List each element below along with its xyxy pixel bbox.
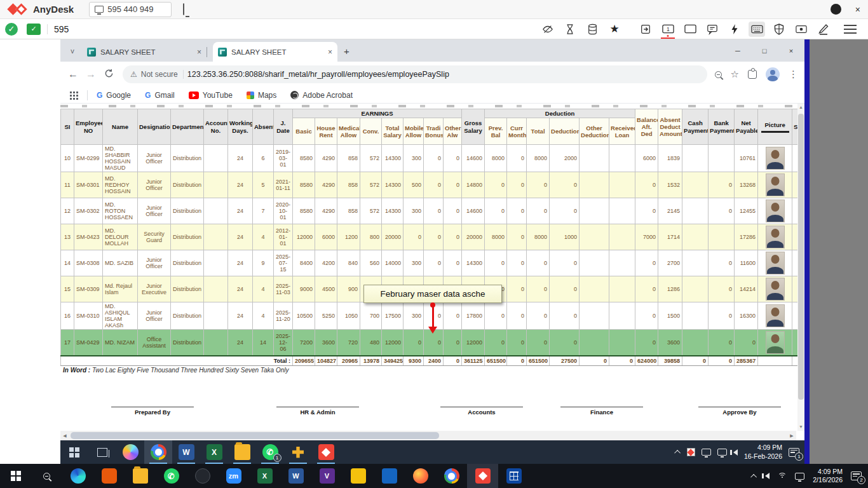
salary-row-14[interactable]: 14SM-0308MD. SAZIBJunior OfficerDistribu… <box>61 250 798 276</box>
salary-row-13[interactable]: 13SM-0423MD. DELOUR MOLLAHSecurity Guard… <box>61 224 798 250</box>
display-tray-icon[interactable] <box>702 449 711 456</box>
remote-anydesk-button[interactable] <box>312 440 340 464</box>
remote-explorer-button[interactable] <box>228 440 256 464</box>
remote-chrome-button[interactable] <box>144 440 172 464</box>
keyboard-icon[interactable] <box>749 22 765 37</box>
scrollbar-thumb[interactable] <box>71 432 439 439</box>
privacy-icon[interactable] <box>539 22 556 37</box>
taskbar-anydesk-button[interactable] <box>467 464 498 488</box>
browser-tab-2-active[interactable]: SALARY SHEET × <box>213 42 337 62</box>
remote-start-button[interactable] <box>60 440 88 464</box>
remote-plus-app-button[interactable] <box>284 440 312 464</box>
permissions-shield-icon[interactable] <box>771 22 787 37</box>
remote-close-button[interactable]: × <box>778 39 804 62</box>
taskbar-chrome-button[interactable] <box>436 464 467 488</box>
tab-close-icon[interactable]: × <box>197 48 201 57</box>
address-bar[interactable]: ⚠ Not secure 123.253.36.250:8088/sharif_… <box>123 65 707 83</box>
monitor-icon[interactable] <box>682 22 698 37</box>
remote-minimize-button[interactable]: ─ <box>724 39 751 62</box>
salary-row-11[interactable]: 11SM-0301MD. REDHOY HOSSAINJunior Office… <box>61 172 798 198</box>
remote-task-view-button[interactable] <box>88 440 116 464</box>
address-field[interactable]: 595 <box>54 24 69 34</box>
url-text[interactable]: 123.253.36.250:8088/sharif_metal/hr_payr… <box>187 70 449 79</box>
browser-tab-1[interactable]: SALARY SHEET × <box>82 42 207 62</box>
remote-clock[interactable]: 4:09 PM 16-Feb-2026 <box>744 444 782 460</box>
tunnel-icon[interactable] <box>584 22 600 37</box>
taskbar-blue-app-button[interactable] <box>374 464 405 488</box>
session-tab[interactable]: 595 440 949 <box>89 2 172 17</box>
forward-icon[interactable]: → <box>82 69 100 80</box>
remote-copilot-button[interactable] <box>116 440 144 464</box>
session-scrollbar-horizontal[interactable]: ◀ ▶ <box>60 431 796 440</box>
bookmark-youtube[interactable]: YouTube <box>189 91 233 100</box>
tray-expand-icon[interactable] <box>674 450 681 456</box>
salary-row-12[interactable]: 12SM-0302MD. ROTON HOSSAENJunior Officer… <box>61 198 798 224</box>
bookmark-maps[interactable]: Maps <box>247 91 276 100</box>
remote-maximize-button[interactable]: □ <box>751 39 778 62</box>
account-icon[interactable] <box>831 4 841 15</box>
record-icon[interactable] <box>793 22 810 37</box>
taskbar-grid-app-button[interactable] <box>498 464 529 488</box>
taskbar-zoom-button[interactable]: zm <box>218 464 249 488</box>
local-clock[interactable]: 4:09 PM 2/16/2026 <box>813 468 843 484</box>
bookmark-google[interactable]: GGoogle <box>97 91 131 100</box>
actions-lightning-icon[interactable] <box>726 22 743 37</box>
tray-expand-icon[interactable] <box>750 473 757 480</box>
taskbar-camera-app-button[interactable] <box>187 464 218 488</box>
wifi-icon[interactable] <box>778 473 787 479</box>
window-close-button[interactable]: × <box>855 4 860 15</box>
reload-icon[interactable] <box>100 69 118 81</box>
taskbar-whatsapp-button[interactable] <box>156 464 187 488</box>
bookmark-star-icon[interactable]: ☆ <box>731 69 739 80</box>
start-button[interactable] <box>0 464 31 488</box>
bookmark-gmail[interactable]: GGmail <box>145 91 175 100</box>
remote-excel-button[interactable]: X <box>200 440 228 464</box>
display-tray-icon[interactable] <box>795 473 804 480</box>
remote-whatsapp-button[interactable]: 1 <box>256 440 284 464</box>
google-icon: G <box>97 91 102 100</box>
bookmark-adobe[interactable]: Adobe Acrobat <box>290 91 353 100</box>
taskbar-firefox-button[interactable] <box>405 464 436 488</box>
taskbar-excel-button[interactable]: X <box>249 464 280 488</box>
remote-word-button[interactable]: W <box>172 440 200 464</box>
tab-close-icon[interactable]: × <box>328 48 332 57</box>
search-button[interactable] <box>31 464 62 488</box>
taskbar-word-button[interactable]: W <box>280 464 311 488</box>
scroll-right-icon[interactable]: ▶ <box>787 431 796 440</box>
taskbar-explorer-button[interactable] <box>125 464 156 488</box>
browser-menu-icon[interactable]: ⋮ <box>789 69 798 80</box>
session-favicon[interactable]: ✓ <box>27 24 41 35</box>
whiteboard-pen-icon[interactable] <box>815 22 832 37</box>
scroll-left-icon[interactable]: ◀ <box>60 431 69 440</box>
scrollbar-thumb[interactable] <box>798 114 804 400</box>
tab-search-icon[interactable]: v <box>64 43 81 59</box>
new-session-button[interactable] <box>183 4 184 15</box>
security-label[interactable]: Not secure <box>141 70 184 79</box>
extensions-icon[interactable] <box>748 70 757 79</box>
taskbar-edge-button[interactable] <box>62 464 93 488</box>
menu-icon[interactable] <box>844 22 857 36</box>
page-scrollbar-vertical[interactable]: ▲ ▼ <box>797 104 804 431</box>
favorites-star-icon[interactable]: ★ <box>606 22 623 37</box>
taskbar-orange-app-button[interactable] <box>93 464 125 488</box>
monitor-1-icon[interactable]: 1 <box>660 22 676 37</box>
apps-grid-icon[interactable] <box>69 91 78 100</box>
chat-icon[interactable] <box>704 22 721 37</box>
zoom-icon[interactable] <box>715 71 722 78</box>
file-transfer-icon[interactable] <box>637 22 654 37</box>
hourglass-icon[interactable] <box>562 22 578 37</box>
taskbar-vs-button[interactable]: V <box>311 464 342 488</box>
volume-icon[interactable] <box>765 473 770 479</box>
salary-row-10[interactable]: 10SM-0299MD. SHABBIR HOSSAIN MASUDJunior… <box>61 145 798 172</box>
scroll-up-icon[interactable]: ▲ <box>797 104 804 111</box>
profile-avatar[interactable] <box>766 67 780 81</box>
new-tab-button[interactable]: + <box>344 46 349 57</box>
anydesk-tray-icon[interactable] <box>687 448 695 456</box>
back-icon[interactable]: ← <box>64 69 82 80</box>
network-tray-icon[interactable] <box>717 449 727 456</box>
volume-icon[interactable] <box>733 449 738 456</box>
taskbar-yellow-app-button[interactable] <box>342 464 374 488</box>
notification-center-icon[interactable]: 1 <box>789 448 799 457</box>
scroll-down-icon[interactable]: ▼ <box>797 423 804 431</box>
notification-center-icon[interactable]: 2 <box>851 471 862 480</box>
